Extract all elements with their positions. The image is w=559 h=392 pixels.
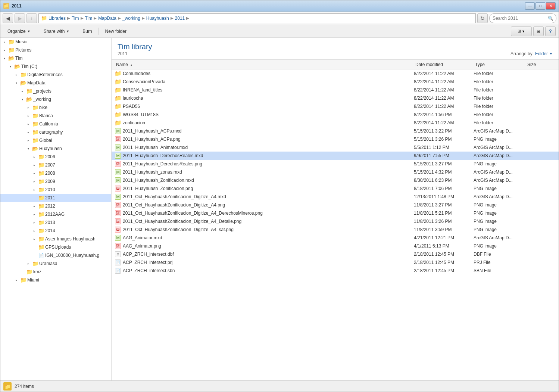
expand-arrow-uramasa[interactable]: ▸ [26,261,31,266]
arrange-by-dropdown[interactable]: Folder [535,51,548,56]
sidebar-item-global[interactable]: ▸📁Global [0,136,111,144]
expand-arrow-2012[interactable]: ▸ [32,203,37,209]
up-button[interactable]: ↑ [26,13,37,23]
sidebar-item-2006[interactable]: ▸📁2006 [0,153,111,161]
organize-button[interactable]: Organize ▼ [3,27,35,36]
expand-arrow-aster[interactable]: ▸ [32,236,37,242]
sidebar-item-uramasa[interactable]: ▸📁Uramasa [0,259,111,268]
col-header-name[interactable]: Name ▲ [115,62,414,67]
sidebar-item-tim[interactable]: ▾📂Tim [0,54,111,62]
table-row[interactable]: 📁Comunidades8/22/2014 11:22 AMFile folde… [112,69,559,78]
sidebar-item-2012[interactable]: ▸📁2012 [0,202,111,210]
table-row[interactable]: 🖼2011_Oct_HuayhuashZonificacion_Digitize… [112,217,559,225]
expand-arrow-bike[interactable]: ▸ [26,105,31,110]
expand-arrow-huayhuash[interactable]: ▾ [26,146,31,151]
sidebar-item-california[interactable]: ▸📁California [0,120,111,128]
expand-arrow-2006[interactable]: ▸ [32,154,37,159]
table-row[interactable]: 📄ACP_ZRCH_intersect.sbn2/18/2011 12:45 P… [112,267,559,275]
close-button[interactable]: ✕ [546,2,556,10]
path-part-working[interactable]: _working [122,16,140,21]
sidebar-item-tim-c[interactable]: ▾📂Tim (C:) [0,62,111,71]
expand-arrow-gpsuploads[interactable] [32,245,37,250]
path-part-2011[interactable]: 2011 [175,16,185,21]
table-row[interactable]: 📁ConservacionPrivada8/22/2014 11:22 AMFi… [112,78,559,86]
expand-arrow-_projects[interactable]: ▸ [20,88,25,94]
expand-arrow-ign[interactable] [32,253,37,258]
table-row[interactable]: MAAG_Animator.mxd4/21/2011 12:21 PMArcGI… [112,234,559,242]
table-row[interactable]: M2011_Huayhuash_DerechosReales.mxd9/9/20… [112,152,559,160]
sidebar-item-2007[interactable]: ▸📁2007 [0,161,111,169]
expand-arrow-cartography[interactable]: ▸ [26,130,31,135]
expand-arrow-2013[interactable]: ▸ [32,220,37,225]
path-part-libraries[interactable]: Libraries [49,16,66,21]
table-row[interactable]: 🖼2011_Huayhuash_ACPs.png5/15/2011 3:26 P… [112,135,559,143]
new-folder-button[interactable]: New folder [101,27,131,36]
help-button[interactable]: ? [545,27,556,36]
sidebar-item-bike[interactable]: ▸📁bike [0,103,111,112]
share-button[interactable]: Share with ▼ [40,27,74,36]
search-input[interactable] [489,13,556,23]
table-row[interactable]: 📁PSAD568/22/2014 11:22 AMFile folder [112,102,559,111]
col-header-size[interactable]: Size [526,62,556,67]
sidebar-item-_working[interactable]: ▾📂_working [0,95,111,103]
sidebar-item-huayhuash[interactable]: ▾📂Huayhuash [0,144,111,153]
expand-arrow-music[interactable]: ▸ [2,39,7,44]
sidebar-item-ign[interactable]: 📄IGN_100000_Huayhuash.g [0,251,111,259]
table-row[interactable]: M2011_Huayhuash_zonas.mxd5/15/2011 4:32 … [112,168,559,176]
expand-arrow-kmz[interactable] [20,269,25,274]
table-row[interactable]: 🖼2011_Oct_HuayhuashZonificacion_Digitize… [112,201,559,209]
expand-arrow-_working[interactable]: ▾ [20,97,25,102]
sidebar-item-_projects[interactable]: ▸📁_projects [0,87,111,95]
table-row[interactable]: M2011_Huayhuash_ACPs.mxd5/15/2011 3:22 P… [112,127,559,135]
sidebar-item-2013[interactable]: ▸📁2013 [0,218,111,227]
details-pane-button[interactable]: ⊟ [533,27,544,36]
maximize-button[interactable]: □ [535,2,545,10]
sidebar-item-2012aag[interactable]: ▸📁2012AAG [0,210,111,218]
table-row[interactable]: 🖼2011_Huayhuash_Zonificacion.png8/18/201… [112,184,559,193]
minimize-button[interactable]: — [525,2,535,10]
expand-arrow-global[interactable]: ▸ [26,138,31,143]
back-button[interactable]: ◀ [3,13,13,23]
sidebar-item-digitalreferences[interactable]: ▸📁DigitalReferences [0,71,111,79]
table-row[interactable]: M2011_Huayhuash_Animator.mxd5/5/2011 1:1… [112,143,559,152]
expand-arrow-2011[interactable] [32,195,37,200]
sidebar-item-gpsuploads[interactable]: 📁GPSUploads [0,243,111,251]
table-row[interactable]: DACP_ZRCH_intersect.dbf2/18/2011 12:45 P… [112,250,559,258]
sidebar-item-aster[interactable]: ▸📁Aster Images Huayhuash [0,235,111,243]
address-path[interactable]: 📁 Libraries ▶ Tim ▶ Tim ▶ MapData ▶ _wor… [38,13,476,23]
sidebar-item-2008[interactable]: ▸📁2008 [0,169,111,177]
refresh-button[interactable]: ↻ [477,13,488,23]
table-row[interactable]: M2011_Huayhuash_Zonificacion.mxd8/30/201… [112,176,559,184]
path-part-mapdata[interactable]: MapData [98,16,116,21]
expand-arrow-2014[interactable]: ▸ [32,228,37,233]
expand-arrow-pictures[interactable]: ▸ [2,47,7,53]
table-row[interactable]: 📄ACP_ZRCH_intersect.prj2/18/2011 12:45 P… [112,258,559,267]
table-row[interactable]: 🖼2011_Oct_HuayhuashZonificacion_Digitize… [112,209,559,217]
path-part-tim1[interactable]: Tim [72,16,79,21]
sidebar-item-cartography[interactable]: ▸📁cartography [0,128,111,136]
sidebar-item-miami[interactable]: ▸📁Miami [0,276,111,284]
sidebar-item-2011[interactable]: 📁2011 [0,194,111,202]
table-row[interactable]: 🖼2011_Oct_HuayhuashZonificacion_Digitize… [112,225,559,234]
sidebar-item-2009[interactable]: ▸📁2009 [0,177,111,186]
table-row[interactable]: 📁lauricocha8/22/2014 11:22 AMFile folder [112,94,559,102]
sidebar-item-mapdata[interactable]: ▾📂MapData [0,79,111,87]
expand-arrow-tim[interactable]: ▾ [2,56,7,61]
expand-arrow-2012aag[interactable]: ▸ [32,212,37,217]
view-options-button[interactable]: ⊞ ▼ [511,27,532,36]
path-part-huayhuash[interactable]: Huayhuash [146,16,169,21]
sidebar-item-2010[interactable]: ▸📁2010 [0,186,111,194]
forward-button[interactable]: ▶ [15,13,25,23]
table-row[interactable]: 📁INRENA_land_titles8/22/2014 11:22 AMFil… [112,86,559,94]
sidebar-item-2014[interactable]: ▸📁2014 [0,227,111,235]
table-row[interactable]: 📁WGS84_UTM18S8/22/2014 1:56 PMFile folde… [112,111,559,119]
table-row[interactable]: 🖼2011_Huayhuash_DerechosReales.png5/15/2… [112,160,559,168]
sidebar-item-blanca[interactable]: ▸📁Blanca [0,112,111,120]
expand-arrow-2010[interactable]: ▸ [32,187,37,192]
col-header-date[interactable]: Date modified [414,62,474,67]
burn-button[interactable]: Burn [78,27,96,36]
expand-arrow-california[interactable]: ▸ [26,121,31,127]
expand-arrow-2007[interactable]: ▸ [32,162,37,168]
expand-arrow-miami[interactable]: ▸ [14,277,19,283]
expand-arrow-2008[interactable]: ▸ [32,171,37,176]
